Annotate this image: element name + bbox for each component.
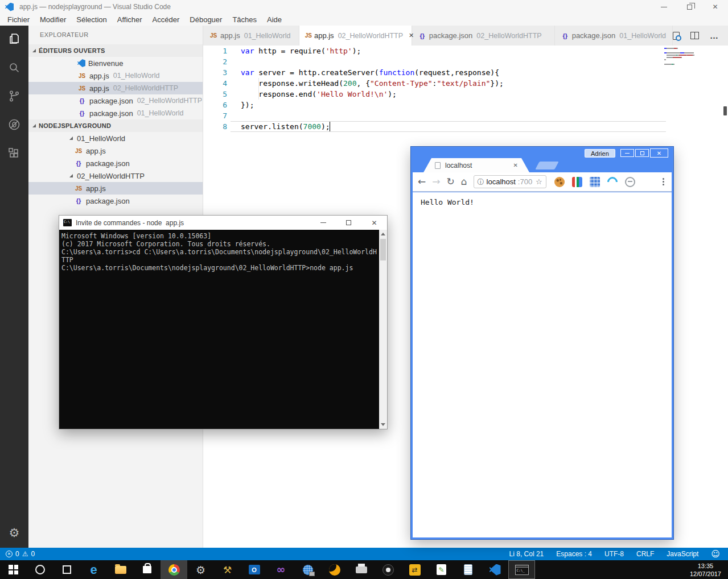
terminal-scrollbar[interactable] <box>379 230 387 429</box>
sidebar-item[interactable]: Bienvenue <box>28 57 203 69</box>
sidebar-item[interactable]: 01_HelloWorld <box>28 132 203 144</box>
tab-app.js-02_HelloWorldHTTP[interactable]: JSapp.js02_HelloWorldHTTP✕ <box>299 26 412 46</box>
gear-icon[interactable]: ⚙ <box>9 526 20 540</box>
search-icon[interactable] <box>0 54 28 81</box>
sidebar-item[interactable]: {}package.json02_HelloWorldHTTP <box>28 94 203 107</box>
more-actions-icon[interactable]: … <box>710 33 719 39</box>
forward-icon[interactable]: → <box>432 177 440 187</box>
sidebar-item[interactable]: {}package.json <box>28 157 203 169</box>
line-number[interactable]: 7 <box>203 110 241 121</box>
split-editor-icon[interactable] <box>690 32 699 39</box>
sidebar-item[interactable]: JSapp.js01_HelloWorld <box>28 69 203 82</box>
address-bar[interactable]: ⓘ localhost :700 ☆ <box>474 175 546 188</box>
page-info-icon[interactable]: ⓘ <box>478 179 484 185</box>
mosaic-extension-icon[interactable] <box>590 177 600 187</box>
cmd-close-button[interactable]: ✕ <box>361 216 387 230</box>
menu-item-5[interactable]: Déboguer <box>184 15 227 24</box>
status-item-1[interactable]: Espaces : 4 <box>556 550 592 558</box>
terminal-output[interactable]: Microsoft Windows [version 10.0.15063](c… <box>59 230 379 429</box>
bookmark-star-icon[interactable]: ☆ <box>536 177 542 186</box>
taskbar-visual-studio[interactable]: ∞ <box>268 560 294 579</box>
taskbar-notepad-plus-plus[interactable]: ✎ <box>428 560 455 579</box>
taskbar-dark-app[interactable] <box>375 560 401 579</box>
debug-icon[interactable] <box>0 111 28 138</box>
browser-menu-icon[interactable] <box>663 178 667 185</box>
taskbar-vscode[interactable] <box>482 560 508 579</box>
status-item-0[interactable]: Li 8, Col 21 <box>509 550 544 558</box>
menu-item-7[interactable]: Aide <box>262 15 287 24</box>
code-line[interactable]: 8server.listen(7000); <box>203 121 728 132</box>
taskbar-file-explorer[interactable] <box>107 560 134 579</box>
swoosh-extension-icon[interactable] <box>605 175 619 189</box>
source-control-icon[interactable] <box>0 82 28 110</box>
minimap[interactable] <box>664 48 724 66</box>
cmd-minimize-button[interactable] <box>310 216 336 230</box>
taskbar-chrome[interactable] <box>161 560 187 579</box>
line-number[interactable]: 1 <box>203 46 241 56</box>
menu-item-0[interactable]: Fichier <box>2 15 35 24</box>
menu-item-3[interactable]: Afficher <box>112 15 147 24</box>
taskbar-settings[interactable]: ⚙ <box>187 560 214 579</box>
extensions-icon[interactable] <box>0 139 28 167</box>
menu-item-1[interactable]: Modifier <box>35 15 71 24</box>
code-line[interactable]: 1var http = require('http'); <box>203 46 728 56</box>
section-header[interactable]: ÉDITEURS OUVERTS <box>28 44 203 57</box>
taskbar-eclipse[interactable] <box>321 560 348 579</box>
colors-extension-icon[interactable] <box>572 177 582 187</box>
sidebar-item[interactable]: JSapp.js02_HelloWorldHTTP <box>28 82 203 94</box>
home-icon[interactable]: ⌂ <box>461 177 467 187</box>
code-line[interactable]: 6}); <box>203 100 728 110</box>
taskbar-start[interactable] <box>0 560 27 579</box>
menu-item-2[interactable]: Sélection <box>71 15 112 24</box>
back-icon[interactable]: ← <box>418 177 426 187</box>
line-number[interactable]: 3 <box>203 67 241 78</box>
scrollbar-marker[interactable] <box>723 106 727 115</box>
line-number[interactable]: 8 <box>203 121 241 132</box>
taskbar-outlook[interactable]: O <box>241 560 268 579</box>
taskbar-yellow-arrows[interactable]: ⇄ <box>401 560 428 579</box>
minimize-button[interactable] <box>651 0 677 14</box>
taskbar-task-view[interactable] <box>54 560 80 579</box>
scroll-up-icon[interactable] <box>381 233 385 235</box>
cmd-maximize-button[interactable] <box>336 216 361 230</box>
taskbar-store[interactable] <box>134 560 161 579</box>
chrome-minimize-button[interactable] <box>620 149 634 157</box>
scroll-thumb[interactable] <box>380 239 386 260</box>
code-line[interactable]: 3var server = http.createServer(function… <box>203 67 728 78</box>
tab-app.js-01_HelloWorld[interactable]: JSapp.js01_HelloWorld <box>203 26 299 46</box>
taskbar-globe-server[interactable] <box>294 560 321 579</box>
explorer-icon[interactable] <box>0 26 28 53</box>
code-line[interactable]: 4 response.writeHead(200, {"Content-Type… <box>203 78 728 89</box>
scroll-down-icon[interactable] <box>381 423 385 426</box>
code-line[interactable]: 5 response.end('Hello World!\n'); <box>203 89 728 100</box>
menu-item-4[interactable]: Accéder <box>147 15 185 24</box>
status-item-4[interactable]: JavaScript <box>667 550 698 558</box>
sidebar-item[interactable]: JSapp.js <box>28 144 203 157</box>
browser-tab[interactable]: localhost ✕ <box>423 158 529 172</box>
sidebar-item[interactable]: JSapp.js <box>28 182 203 195</box>
taskbar-fax[interactable] <box>348 560 375 579</box>
menu-item-6[interactable]: Tâches <box>227 15 262 24</box>
new-tab-button[interactable] <box>535 162 558 169</box>
line-number[interactable]: 5 <box>203 89 241 100</box>
line-number[interactable]: 4 <box>203 78 241 89</box>
taskbar-clock[interactable]: 13:35 12/07/2017 <box>690 560 728 579</box>
taskbar-dev-tools[interactable]: ⚒ <box>214 560 241 579</box>
taskbar-command-prompt[interactable] <box>508 560 535 579</box>
cmd-title-bar[interactable]: Invite de commandes - node app.js ✕ <box>59 216 387 230</box>
close-button[interactable]: ✕ <box>702 0 728 14</box>
chrome-maximize-button[interactable] <box>635 149 649 157</box>
restore-button[interactable] <box>677 0 702 14</box>
line-number[interactable]: 6 <box>203 100 241 110</box>
tab-package.json-02_HelloWorldHTTP[interactable]: {}package.json02_HelloWorldHTTP <box>412 26 555 46</box>
chrome-close-button[interactable]: ✕ <box>650 148 668 158</box>
code-line[interactable]: 7 <box>203 110 728 121</box>
line-number[interactable]: 2 <box>203 56 241 67</box>
feedback-smiley-icon[interactable]: ☺ <box>711 549 720 559</box>
profile-button[interactable]: Adrien <box>585 149 615 158</box>
status-item-2[interactable]: UTF-8 <box>604 550 624 558</box>
sidebar-item[interactable]: {}package.json <box>28 195 203 207</box>
tab-close-icon[interactable]: ✕ <box>513 162 518 168</box>
code-line[interactable]: 2 <box>203 56 728 67</box>
reload-icon[interactable]: ↻ <box>447 177 455 187</box>
